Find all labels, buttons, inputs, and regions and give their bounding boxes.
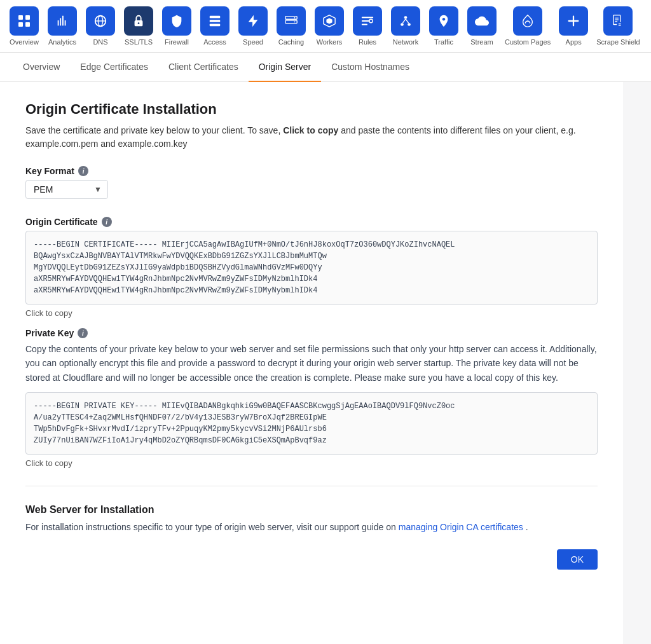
svg-rect-13 — [210, 16, 221, 18]
page-title: Origin Certificate Installation — [25, 101, 598, 118]
nav-custom-pages[interactable]: Custom Pages — [501, 0, 554, 52]
nav-network[interactable]: Network — [387, 0, 425, 52]
tab-edge-certs[interactable]: Edge Certificates — [70, 53, 158, 82]
private-key-label: Private Key i — [25, 328, 598, 338]
svg-rect-5 — [60, 18, 61, 25]
svg-line-27 — [402, 19, 406, 23]
key-format-select[interactable]: PEM DER PKCS12 — [25, 180, 108, 199]
nav-analytics[interactable]: Analytics — [43, 0, 81, 52]
svg-rect-4 — [58, 20, 59, 25]
nav-access[interactable]: Access — [196, 0, 234, 52]
tab-custom-hostnames[interactable]: Custom Hostnames — [321, 53, 420, 82]
svg-point-19 — [294, 17, 296, 18]
workers-icon — [315, 6, 344, 36]
svg-rect-3 — [25, 22, 30, 27]
svg-rect-2 — [18, 22, 23, 27]
overview-icon — [10, 6, 39, 36]
speed-icon — [238, 6, 268, 36]
ok-btn-wrapper: OK — [25, 549, 598, 570]
svg-point-24 — [404, 16, 408, 19]
nav-overview[interactable]: Overview — [5, 0, 43, 52]
caching-icon — [277, 6, 306, 36]
key-format-info-icon[interactable]: i — [78, 166, 88, 176]
nav-scrape-shield[interactable]: Scrape Shield — [593, 0, 644, 52]
nav-firewall[interactable]: Firewall — [158, 0, 196, 52]
main-content: Origin Certificate Installation Save the… — [0, 82, 623, 644]
web-server-title: Web Server for Installation — [25, 504, 598, 516]
dns-icon — [86, 6, 115, 36]
network-icon — [391, 6, 420, 36]
web-server-desc: For installation instructions specific t… — [25, 521, 598, 534]
ok-button[interactable]: OK — [557, 549, 598, 570]
sub-nav: Overview Edge Certificates Client Certif… — [0, 53, 651, 82]
nav-ssl-tls[interactable]: SSL/TLS — [120, 0, 158, 52]
section-divider — [25, 486, 598, 486]
scrape-shield-icon — [603, 6, 633, 36]
nav-rules[interactable]: Rules — [348, 0, 387, 52]
svg-rect-6 — [62, 16, 64, 26]
nav-dns[interactable]: DNS — [81, 0, 120, 52]
origin-cert-copy[interactable]: Click to copy — [25, 308, 598, 318]
web-server-section: Web Server for Installation For installa… — [25, 504, 598, 534]
nav-stream[interactable]: Stream — [463, 0, 501, 52]
origin-cert-box[interactable]: -----BEGIN CERTIFICATE----- MIIErjCCA5ag… — [25, 231, 598, 305]
svg-point-12 — [138, 22, 140, 24]
private-key-box[interactable]: -----BEGIN PRIVATE KEY----- MIIEvQIBADAN… — [25, 392, 598, 455]
origin-cert-section: Origin Certificate i -----BEGIN CERTIFIC… — [25, 217, 598, 318]
private-key-desc: Copy the contents of your private key be… — [25, 342, 598, 385]
svg-point-20 — [294, 21, 296, 22]
private-key-info-icon[interactable]: i — [78, 328, 88, 338]
apps-icon — [559, 6, 588, 36]
key-format-label: Key Format i — [25, 166, 598, 176]
svg-marker-16 — [249, 15, 258, 27]
svg-rect-14 — [210, 20, 221, 22]
intro-text: Save the certificate and private key bel… — [25, 124, 598, 151]
svg-rect-1 — [25, 15, 30, 20]
private-key-section: Private Key i Copy the contents of your … — [25, 328, 598, 468]
nav-traffic[interactable]: Traffic — [425, 0, 463, 52]
svg-marker-22 — [326, 18, 332, 24]
key-format-section: Key Format i PEM DER PKCS12 ▼ — [25, 166, 598, 199]
svg-rect-35 — [617, 22, 623, 27]
nav-caching[interactable]: Caching — [272, 0, 310, 52]
svg-rect-0 — [18, 15, 23, 20]
svg-line-28 — [406, 19, 409, 23]
stream-icon — [467, 6, 497, 36]
firewall-icon — [162, 6, 191, 36]
analytics-icon — [48, 6, 77, 36]
svg-rect-15 — [210, 24, 221, 27]
nav-workers[interactable]: Workers — [310, 0, 348, 52]
custom-pages-icon — [513, 6, 542, 36]
key-format-dropdown-wrapper: PEM DER PKCS12 ▼ — [25, 180, 108, 199]
managing-certs-link[interactable]: managing Origin CA certificates — [399, 522, 523, 532]
svg-point-25 — [401, 23, 404, 26]
nav-apps[interactable]: Apps — [554, 0, 593, 52]
tab-origin-server[interactable]: Origin Server — [249, 53, 321, 82]
top-nav: Overview Analytics DNS SSL/TLS Firewall … — [0, 0, 651, 53]
access-icon — [200, 6, 230, 36]
private-key-copy[interactable]: Click to copy — [25, 458, 598, 468]
rules-icon — [353, 6, 382, 36]
ssl-icon — [124, 6, 153, 36]
tab-overview[interactable]: Overview — [13, 53, 70, 82]
traffic-icon — [429, 6, 458, 36]
svg-rect-7 — [65, 20, 66, 25]
origin-cert-info-icon[interactable]: i — [102, 217, 112, 227]
svg-point-26 — [408, 23, 411, 26]
origin-cert-label: Origin Certificate i — [25, 217, 598, 227]
nav-speed[interactable]: Speed — [234, 0, 272, 52]
tab-client-certs[interactable]: Client Certificates — [158, 53, 249, 82]
